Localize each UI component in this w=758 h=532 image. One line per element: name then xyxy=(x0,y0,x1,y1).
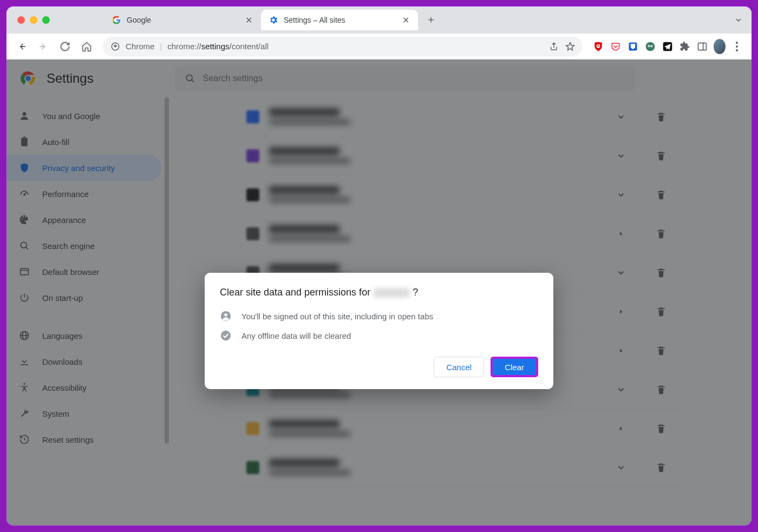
clear-button[interactable]: Clear xyxy=(491,357,538,377)
svg-point-12 xyxy=(651,45,652,47)
back-button[interactable] xyxy=(12,37,31,56)
site-info-icon[interactable] xyxy=(110,42,120,51)
dialog-title: Clear site data and permissions for ? xyxy=(220,287,538,298)
extension-icons xyxy=(589,41,746,52)
person-circle-icon xyxy=(220,310,232,322)
ublock-icon[interactable] xyxy=(592,41,604,52)
tab-title: Google xyxy=(127,16,238,24)
close-window-button[interactable] xyxy=(17,16,25,24)
maximize-window-button[interactable] xyxy=(42,16,50,24)
svg-point-40 xyxy=(224,313,227,317)
bitwarden-icon[interactable] xyxy=(627,41,639,52)
redacted-site-name xyxy=(374,288,409,298)
sidepanel-icon[interactable] xyxy=(696,41,708,52)
google-favicon-icon xyxy=(112,15,121,25)
svg-marker-5 xyxy=(566,42,574,50)
url-text: Chrome|chrome://settings/content/all xyxy=(126,42,269,51)
telegram-icon[interactable] xyxy=(662,41,674,52)
clear-site-data-dialog: Clear site data and permissions for ? Yo… xyxy=(205,273,553,389)
svg-point-11 xyxy=(649,45,650,47)
close-tab-icon[interactable]: ✕ xyxy=(244,15,253,25)
share-icon[interactable] xyxy=(549,42,559,51)
browser-toolbar: Chrome|chrome://settings/content/all xyxy=(6,34,752,60)
profile-avatar[interactable] xyxy=(714,41,726,52)
tab-strip: Google ✕ Settings – All sites ✕ + xyxy=(6,6,752,34)
svg-point-8 xyxy=(646,42,655,51)
dialog-info-row: You'll be signed out of this site, inclu… xyxy=(220,310,538,322)
chrome-menu-button[interactable] xyxy=(731,41,743,52)
tab-title: Settings – All sites xyxy=(284,16,395,24)
extensions-puzzle-icon[interactable] xyxy=(679,41,691,52)
reload-button[interactable] xyxy=(55,37,75,56)
svg-point-41 xyxy=(221,331,231,340)
new-tab-button[interactable]: + xyxy=(422,11,440,29)
home-button[interactable] xyxy=(77,37,96,56)
cancel-button[interactable]: Cancel xyxy=(434,357,484,377)
tab-settings[interactable]: Settings – All sites ✕ xyxy=(261,10,418,30)
svg-rect-14 xyxy=(698,43,707,50)
minimize-window-button[interactable] xyxy=(30,16,37,24)
window-controls xyxy=(17,16,50,24)
dialog-info-row: Any offline data will be cleared xyxy=(220,330,538,341)
extension-icon-4[interactable] xyxy=(644,41,656,52)
pocket-icon[interactable] xyxy=(610,41,622,52)
address-bar[interactable]: Chrome|chrome://settings/content/all xyxy=(103,37,583,56)
bookmark-star-icon[interactable] xyxy=(565,42,575,51)
forward-button[interactable] xyxy=(34,37,53,56)
svg-point-4 xyxy=(115,45,116,47)
check-circle-icon xyxy=(220,330,232,341)
close-tab-icon[interactable]: ✕ xyxy=(401,15,410,25)
gear-icon xyxy=(269,15,278,25)
tab-google[interactable]: Google ✕ xyxy=(104,10,261,30)
tabs-dropdown-icon[interactable] xyxy=(731,12,746,28)
